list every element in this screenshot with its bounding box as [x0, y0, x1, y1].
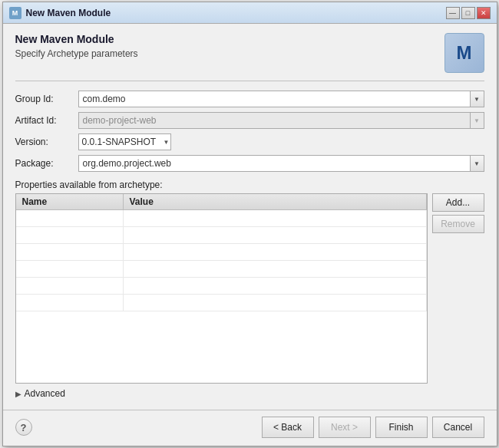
- version-select[interactable]: 0.0.1-SNAPSHOT: [78, 133, 171, 150]
- advanced-section[interactable]: ▶ Advanced: [15, 384, 484, 404]
- table-body: [16, 210, 427, 383]
- properties-table: Name Value: [15, 193, 428, 384]
- artifact-id-input-wrap: ▼: [78, 112, 484, 129]
- advanced-label: Advanced: [25, 388, 65, 399]
- footer-right: < Back Next > Finish Cancel: [262, 417, 484, 438]
- artifact-id-dropdown: ▼: [471, 112, 484, 129]
- back-button[interactable]: < Back: [262, 417, 314, 438]
- header-text: New Maven Module Specify Archetype param…: [15, 33, 138, 59]
- package-input[interactable]: [78, 155, 471, 172]
- table-row: [16, 244, 427, 261]
- table-cell-name: [16, 278, 124, 294]
- footer: ? < Back Next > Finish Cancel: [3, 410, 497, 446]
- version-container: 0.0.1-SNAPSHOT ▼: [78, 133, 171, 150]
- main-window: M New Maven Module — □ ✕ New Maven Modul…: [2, 2, 497, 446]
- table-header: Name Value: [16, 194, 427, 210]
- package-dropdown[interactable]: ▼: [471, 155, 484, 172]
- properties-label: Properties available from archetype:: [15, 180, 484, 190]
- table-cell-value: [124, 244, 427, 260]
- group-id-input-wrap: ▼: [78, 91, 484, 107]
- table-row: [16, 261, 427, 278]
- help-button[interactable]: ?: [15, 419, 32, 436]
- group-id-row: Group Id: ▼: [15, 91, 484, 107]
- close-button[interactable]: ✕: [477, 7, 491, 19]
- table-area: Name Value: [15, 193, 484, 384]
- group-id-input[interactable]: [78, 91, 471, 107]
- table-cell-value: [124, 295, 427, 311]
- table-cell-value: [124, 278, 427, 294]
- table-row: [16, 278, 427, 295]
- artifact-id-row: Artifact Id: ▼: [15, 112, 484, 129]
- table-cell-name: [16, 210, 124, 226]
- header-section: New Maven Module Specify Archetype param…: [15, 33, 484, 81]
- table-cell-value: [124, 227, 427, 243]
- maximize-button[interactable]: □: [461, 7, 475, 19]
- name-column-header: Name: [16, 194, 124, 209]
- version-row: Version: 0.0.1-SNAPSHOT ▼: [15, 133, 484, 150]
- package-input-wrap: ▼: [78, 155, 484, 172]
- add-button[interactable]: Add...: [432, 193, 484, 212]
- dialog-title: New Maven Module: [15, 33, 138, 45]
- group-id-label: Group Id:: [15, 94, 78, 104]
- table-cell-name: [16, 295, 124, 311]
- table-cell-value: [124, 210, 427, 226]
- artifact-id-label: Artifact Id:: [15, 115, 78, 126]
- group-id-dropdown[interactable]: ▼: [471, 91, 484, 107]
- window-icon: M: [9, 7, 21, 19]
- package-label: Package:: [15, 158, 78, 169]
- table-row: [16, 227, 427, 244]
- value-column-header: Value: [124, 194, 427, 209]
- finish-button[interactable]: Finish: [375, 417, 428, 438]
- table-cell-name: [16, 227, 124, 243]
- form-section: Group Id: ▼ Artifact Id: ▼ Version:: [15, 91, 484, 172]
- footer-left: ?: [15, 419, 32, 436]
- remove-button[interactable]: Remove: [432, 215, 484, 233]
- cancel-button[interactable]: Cancel: [432, 417, 484, 438]
- table-cell-value: [124, 261, 427, 277]
- content-area: New Maven Module Specify Archetype param…: [3, 24, 497, 410]
- advanced-arrow-icon: ▶: [15, 390, 21, 398]
- window-title: New Maven Module: [26, 8, 446, 18]
- window-controls: — □ ✕: [446, 7, 491, 19]
- table-row: [16, 295, 427, 311]
- table-cell-name: [16, 261, 124, 277]
- dialog-subtitle: Specify Archetype parameters: [15, 48, 138, 59]
- version-label: Version:: [15, 137, 78, 147]
- next-button[interactable]: Next >: [319, 417, 371, 438]
- table-row: [16, 210, 427, 227]
- table-cell-name: [16, 244, 124, 260]
- table-buttons: Add... Remove: [432, 193, 484, 384]
- artifact-id-input: [78, 112, 471, 129]
- minimize-button[interactable]: —: [446, 7, 460, 19]
- package-row: Package: ▼: [15, 155, 484, 172]
- maven-logo: M: [444, 33, 484, 73]
- title-bar: M New Maven Module — □ ✕: [3, 2, 497, 24]
